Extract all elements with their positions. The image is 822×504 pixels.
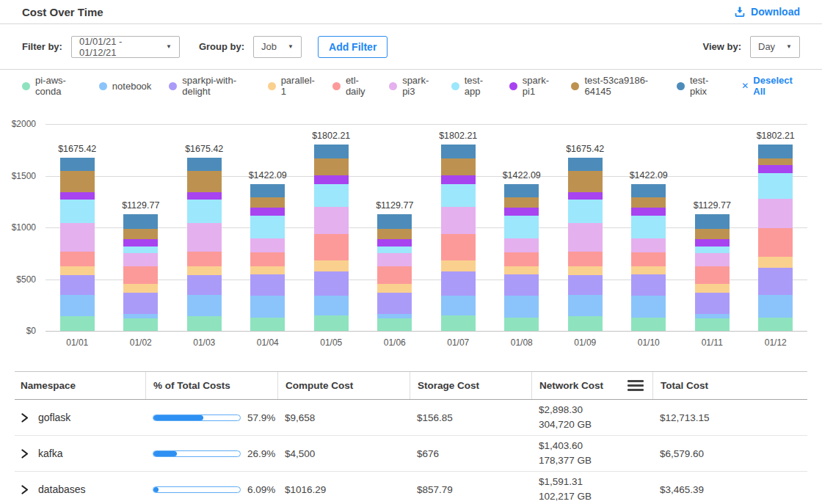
bar-segment-test-app[interactable] (441, 184, 476, 207)
bar-segment-parallel-1[interactable] (377, 284, 412, 293)
legend-item-sparkpi-with-delight[interactable]: sparkpi-with-delight (169, 75, 250, 97)
bar-segment-parallel-1[interactable] (758, 257, 793, 267)
bar-segment-spark-pi3[interactable] (123, 253, 158, 266)
bar-segment-spark-pi3[interactable] (250, 238, 285, 252)
bar-segment-etl-daily[interactable] (568, 252, 603, 266)
bar-segment-etl-daily[interactable] (123, 266, 158, 284)
bar-segment-sparkpi-with-delight[interactable] (250, 274, 285, 296)
bar-segment-test-pkix[interactable] (250, 184, 285, 197)
bar-segment-spark-pi1[interactable] (314, 175, 349, 184)
bar-segment-test-app[interactable] (314, 184, 349, 207)
bar-segment-test-53ca9186-64145[interactable] (60, 171, 95, 193)
expand-row-chevron-icon[interactable] (21, 485, 29, 494)
column-settings-icon[interactable] (626, 379, 645, 392)
table-row-databases[interactable]: databases6.09%$1016.29$857.79$1,591.3110… (15, 472, 807, 504)
bar-segment-pi-aws-conda[interactable] (631, 318, 666, 331)
bar-segment-parallel-1[interactable] (441, 260, 476, 271)
bar-segment-etl-daily[interactable] (377, 266, 412, 284)
legend-item-parallel-1[interactable]: parallel-1 (268, 75, 315, 97)
bar-segment-notebook[interactable] (504, 296, 539, 318)
bar-segment-test-app[interactable] (758, 173, 793, 200)
legend-item-test-53ca9186-64145[interactable]: test-53ca9186-64145 (571, 75, 658, 97)
bar-segment-test-pkix[interactable] (631, 184, 666, 197)
bar-segment-test-pkix[interactable] (60, 158, 95, 171)
legend-item-etl-daily[interactable]: etl-daily (332, 75, 371, 97)
bar-segment-spark-pi3[interactable] (568, 223, 603, 252)
bar-segment-test-pkix[interactable] (504, 184, 539, 197)
bar-segment-spark-pi1[interactable] (60, 192, 95, 199)
bar-segment-test-app[interactable] (187, 200, 222, 223)
bar-segment-sparkpi-with-delight[interactable] (758, 268, 793, 296)
bar-segment-parallel-1[interactable] (314, 260, 349, 271)
bar-segment-spark-pi1[interactable] (631, 208, 666, 216)
bar-segment-pi-aws-conda[interactable] (758, 318, 793, 331)
bar-segment-spark-pi1[interactable] (123, 239, 158, 246)
bar-segment-spark-pi1[interactable] (695, 239, 730, 246)
bar-segment-test-app[interactable] (695, 246, 730, 253)
bar-segment-sparkpi-with-delight[interactable] (377, 293, 412, 314)
bar-segment-parallel-1[interactable] (631, 266, 666, 274)
bar-segment-spark-pi1[interactable] (758, 165, 793, 173)
bar-segment-test-pkix[interactable] (377, 214, 412, 229)
bar-segment-notebook[interactable] (187, 295, 222, 316)
bar-segment-spark-pi1[interactable] (377, 239, 412, 246)
bar-segment-test-pkix[interactable] (695, 214, 730, 229)
bar-segment-test-53ca9186-64145[interactable] (123, 229, 158, 239)
bar-segment-pi-aws-conda[interactable] (314, 315, 349, 331)
view-by-select[interactable]: Day ▼ (750, 36, 800, 58)
bar-segment-test-pkix[interactable] (187, 158, 222, 171)
bar-segment-pi-aws-conda[interactable] (441, 315, 476, 331)
legend-item-pi-aws-conda[interactable]: pi-aws-conda (22, 75, 81, 97)
bar-segment-etl-daily[interactable] (504, 252, 539, 267)
bar-segment-spark-pi3[interactable] (187, 223, 222, 252)
bar-segment-test-pkix[interactable] (441, 145, 476, 158)
bar-segment-pi-aws-conda[interactable] (123, 318, 158, 331)
bar-segment-notebook[interactable] (60, 295, 95, 316)
bar-segment-test-app[interactable] (123, 246, 158, 253)
bar-segment-pi-aws-conda[interactable] (187, 316, 222, 331)
bar-segment-test-pkix[interactable] (568, 158, 603, 171)
bar-segment-sparkpi-with-delight[interactable] (60, 275, 95, 295)
bar-segment-spark-pi1[interactable] (568, 192, 603, 199)
deselect-all-button[interactable]: ✕ Deselect All (741, 75, 800, 97)
bar-segment-etl-daily[interactable] (314, 234, 349, 260)
bar-segment-etl-daily[interactable] (758, 228, 793, 257)
bar-segment-spark-pi3[interactable] (758, 199, 793, 227)
bar-segment-spark-pi1[interactable] (504, 208, 539, 216)
bar-segment-notebook[interactable] (568, 295, 603, 316)
bar-segment-test-app[interactable] (631, 216, 666, 239)
bar-segment-pi-aws-conda[interactable] (568, 316, 603, 331)
bar-segment-test-53ca9186-64145[interactable] (377, 229, 412, 239)
expand-row-chevron-icon[interactable] (21, 449, 29, 459)
bar-segment-sparkpi-with-delight[interactable] (568, 275, 603, 295)
bar-segment-spark-pi1[interactable] (187, 192, 222, 199)
bar-segment-sparkpi-with-delight[interactable] (123, 293, 158, 314)
bar-segment-spark-pi3[interactable] (695, 253, 730, 266)
bar-segment-spark-pi3[interactable] (377, 253, 412, 266)
bar-segment-test-53ca9186-64145[interactable] (695, 229, 730, 239)
bar-segment-test-53ca9186-64145[interactable] (568, 171, 603, 193)
namespace-cell[interactable]: kafka (15, 448, 145, 459)
bar-segment-etl-daily[interactable] (60, 252, 95, 266)
bar-segment-pi-aws-conda[interactable] (695, 318, 730, 331)
bar-segment-spark-pi3[interactable] (504, 238, 539, 252)
bar-segment-parallel-1[interactable] (60, 266, 95, 275)
bar-segment-test-pkix[interactable] (123, 214, 158, 229)
bar-segment-test-53ca9186-64145[interactable] (631, 197, 666, 208)
bar-segment-sparkpi-with-delight[interactable] (695, 293, 730, 314)
bar-segment-test-53ca9186-64145[interactable] (250, 197, 285, 208)
legend-item-spark-pi1[interactable]: spark-pi1 (509, 75, 554, 97)
bar-segment-etl-daily[interactable] (441, 234, 476, 260)
bar-segment-spark-pi3[interactable] (314, 207, 349, 235)
bar-segment-spark-pi3[interactable] (631, 238, 666, 252)
bar-segment-notebook[interactable] (314, 296, 349, 315)
expand-row-chevron-icon[interactable] (21, 413, 29, 423)
bar-segment-sparkpi-with-delight[interactable] (631, 274, 666, 296)
bar-segment-parallel-1[interactable] (250, 266, 285, 274)
bar-segment-parallel-1[interactable] (123, 284, 158, 293)
bar-segment-sparkpi-with-delight[interactable] (187, 275, 222, 295)
bar-segment-etl-daily[interactable] (631, 252, 666, 267)
bar-segment-test-app[interactable] (568, 200, 603, 223)
legend-item-spark-pi3[interactable]: spark-pi3 (389, 75, 434, 97)
bar-segment-notebook[interactable] (758, 295, 793, 317)
